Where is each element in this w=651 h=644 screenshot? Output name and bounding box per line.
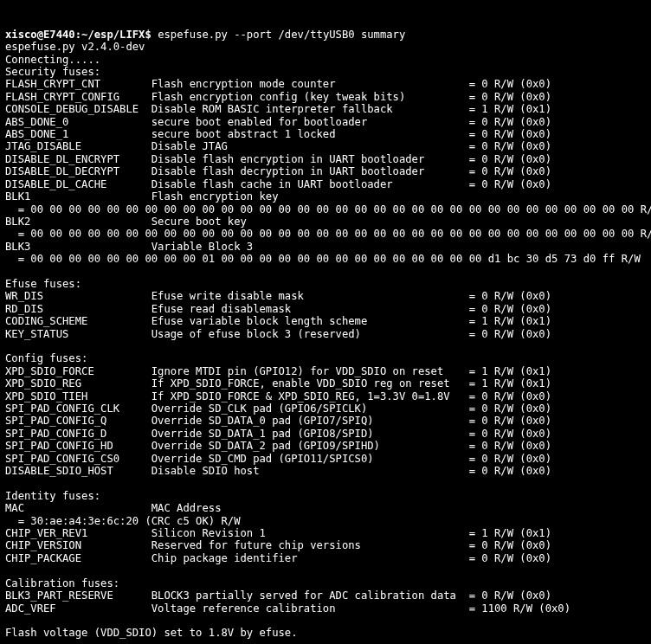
fuse-row: XPD_SDIO_FORCE Ignore MTDI pin (GPIO12) …: [5, 365, 551, 377]
fuse-row: BLK2 Secure boot key: [5, 216, 469, 228]
mac-line: = 30:ae:a4:3e:6c:20 (CRC c5 OK) R/W: [5, 515, 241, 527]
section-calibration: Calibration fuses:: [5, 577, 119, 589]
connecting-line: Connecting.....: [5, 54, 100, 66]
fuse-row: RD_DIS Efuse read disablemask = 0 R/W (0…: [5, 303, 551, 315]
fuse-row: SPI_PAD_CONFIG_CS0 Override SD_CMD pad (…: [5, 453, 551, 465]
section-efuse: Efuse fuses:: [5, 278, 81, 290]
fuse-row: CHIP_VER_REV1 Silicon Revision 1 = 1 R/W…: [5, 527, 551, 539]
fuse-row: SPI_PAD_CONFIG_Q Override SD_DATA_0 pad …: [5, 415, 551, 427]
fuse-row: SPI_PAD_CONFIG_D Override SD_DATA_1 pad …: [5, 428, 551, 440]
fuse-row: KEY_STATUS Usage of efuse block 3 (reser…: [5, 328, 551, 340]
fuse-row: BLK3_PART_RESERVE BLOCK3 partially serve…: [5, 589, 551, 602]
fuse-row: DISABLE_SDIO_HOST Disable SDIO host = 0 …: [5, 465, 551, 477]
blk1-hex: = 00 00 00 00 00 00 00 00 00 00 00 00 00…: [5, 203, 651, 216]
section-identity: Identity fuses:: [5, 490, 100, 502]
prompt-cwd: ~/esp/LIFX: [81, 29, 145, 41]
prompt-suffix: $: [145, 29, 151, 41]
fuse-row: ABS_DONE_1 secure boot abstract 1 locked…: [5, 128, 551, 140]
fuse-row: JTAG_DISABLE Disable JTAG = 0 R/W (0x0): [5, 140, 551, 152]
fuse-row: CHIP_PACKAGE Chip package identifier = 0…: [5, 552, 551, 564]
footer-line: Flash voltage (VDD_SDIO) set to 1.8V by …: [5, 627, 298, 639]
fuse-row: CHIP_VERSION Reserved for future chip ve…: [5, 539, 551, 551]
fuse-row: ADC_VREF Voltage reference calibration =…: [5, 602, 570, 615]
blk3-hex: = 00 00 00 00 00 00 00 00 00 01 00 00 00…: [5, 253, 641, 265]
fuse-row: XPD_SDIO_REG If XPD_SDIO_FORCE, enable V…: [5, 377, 551, 390]
fuse-row: DISABLE_DL_CACHE Disable flash cache in …: [5, 178, 551, 190]
prompt-userhost: xisco@E7440:: [5, 29, 81, 41]
fuse-row: CONSOLE_DEBUG_DISABLE Disable ROM BASIC …: [5, 103, 551, 115]
fuse-row: BLK1 Flash encryption key: [5, 190, 469, 203]
section-security: Security fuses:: [5, 66, 100, 78]
fuse-row: FLASH_CRYPT_CNT Flash encryption mode co…: [5, 78, 551, 90]
fuse-row: FLASH_CRYPT_CONFIG Flash encryption conf…: [5, 91, 551, 103]
fuse-row: DISABLE_DL_ENCRYPT Disable flash encrypt…: [5, 153, 551, 165]
fuse-row: WR_DIS Efuse write disable mask = 0 R/W …: [5, 290, 551, 302]
prompt-line: xisco@E7440:~/esp/LIFX$: [5, 29, 151, 41]
fuse-row: MAC MAC Address: [5, 502, 469, 514]
fuse-row: XPD_SDIO_TIEH If XPD_SDIO_FORCE & XPD_SD…: [5, 390, 551, 402]
terminal-output: xisco@E7440:~/esp/LIFX$ espefuse.py --po…: [0, 25, 651, 643]
fuse-row: SPI_PAD_CONFIG_CLK Override SD_CLK pad (…: [5, 402, 551, 415]
blk2-hex: = 00 00 00 00 00 00 00 00 00 00 00 00 00…: [5, 228, 651, 240]
version-line: espefuse.py v2.4.0-dev: [5, 41, 145, 53]
fuse-row: BLK3 Variable Block 3: [5, 241, 469, 253]
fuse-row: SPI_PAD_CONFIG_HD Override SD_DATA_2 pad…: [5, 440, 551, 452]
fuse-row: CODING_SCHEME Efuse variable block lengt…: [5, 315, 551, 327]
section-config: Config fuses:: [5, 352, 87, 364]
fuse-row: DISABLE_DL_DECRYPT Disable flash decrypt…: [5, 165, 551, 177]
fuse-row: ABS_DONE_0 secure boot enabled for bootl…: [5, 116, 551, 128]
command-text: espefuse.py --port /dev/ttyUSB0 summary: [158, 29, 405, 41]
